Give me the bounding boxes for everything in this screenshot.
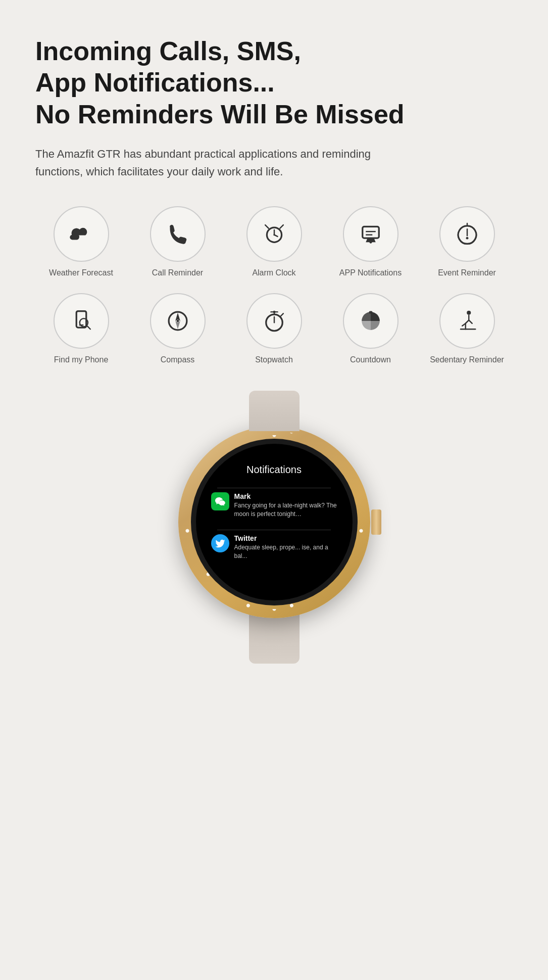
notif-name-2: Twitter [234, 534, 337, 542]
twitter-icon [211, 534, 229, 552]
icon-label-alarm-clock: Alarm Clock [252, 268, 295, 278]
watch-section: Notifications Mark [35, 391, 513, 674]
icon-item-event-reminder: Event Reminder [421, 206, 513, 278]
headline-line3: No Reminders Will Be Missed [35, 100, 405, 129]
icon-circle-countdown [343, 293, 398, 349]
page: Incoming Calls, SMS, App Notifications..… [0, 0, 548, 704]
icon-circle-call [150, 206, 206, 262]
icon-label-event-reminder: Event Reminder [438, 268, 496, 278]
watch-divider [217, 488, 331, 488]
stopwatch-icon [261, 308, 287, 334]
icon-label-find-my-phone: Find my Phone [54, 355, 109, 365]
icon-item-alarm-clock: Alarm Clock [228, 206, 320, 278]
notification-item-1: Mark Fancy going for a late-night walk? … [211, 492, 337, 519]
svg-point-8 [466, 237, 468, 239]
svg-line-12 [86, 325, 90, 329]
icon-label-call-reminder: Call Reminder [152, 268, 203, 278]
svg-point-21 [273, 311, 275, 313]
watch-screen-title: Notifications [211, 464, 337, 476]
wechat-icon [211, 492, 229, 510]
notif-message-2: Adequate sleep, prope... ise, and a bal.… [234, 543, 337, 561]
icon-circle-event [439, 206, 495, 262]
icon-label-sedentary-reminder: Sedentary Reminder [430, 355, 504, 365]
notification-item-2: Twitter Adequate sleep, prope... ise, an… [211, 534, 337, 561]
watch-screen: Notifications Mark [196, 444, 353, 600]
sedentary-icon [454, 308, 480, 334]
svg-rect-22 [369, 311, 372, 314]
notifications-icon [358, 221, 384, 247]
headline: Incoming Calls, SMS, App Notifications..… [35, 35, 513, 130]
icon-label-countdown: Countdown [350, 355, 391, 365]
alarm-icon [261, 221, 287, 247]
icon-circle-compass [150, 293, 206, 349]
notification-content-1: Mark Fancy going for a late-night walk? … [234, 492, 337, 519]
icons-grid: Weather Forecast Call Reminder [35, 206, 513, 366]
icon-item-compass: Compass [132, 293, 223, 365]
headline-line1: Incoming Calls, SMS, [35, 36, 301, 66]
countdown-icon [358, 308, 384, 334]
icon-circle-stopwatch [246, 293, 302, 349]
watch-crown [371, 509, 381, 535]
icon-label-weather-forecast: Weather Forecast [49, 268, 113, 278]
watch-body: Notifications Mark [178, 426, 370, 618]
icon-label-stopwatch: Stopwatch [255, 355, 293, 365]
svg-point-7 [369, 241, 372, 243]
watch-divider-2 [217, 530, 331, 530]
watch-band-bottom [249, 613, 300, 664]
icon-circle-notifications [343, 206, 398, 262]
icon-label-app-notifications: APP Notifications [339, 268, 402, 278]
weather-icon [68, 221, 94, 247]
call-icon [165, 221, 191, 247]
icon-circle-sedentary [439, 293, 495, 349]
watch-outer: Notifications Mark [168, 391, 380, 674]
svg-point-16 [176, 320, 179, 322]
icon-circle-weather [54, 206, 109, 262]
svg-point-3 [273, 234, 275, 236]
icon-item-app-notifications: APP Notifications [325, 206, 416, 278]
icon-item-countdown: Countdown [325, 293, 416, 365]
icon-item-sedentary-reminder: Sedentary Reminder [421, 293, 513, 365]
icon-item-find-my-phone: Find my Phone [35, 293, 127, 365]
notif-message-1: Fancy going for a late-night walk? The m… [234, 501, 337, 519]
notif-name-1: Mark [234, 492, 337, 500]
compass-icon [165, 308, 191, 334]
icon-circle-alarm [246, 206, 302, 262]
event-icon [454, 221, 480, 247]
notification-content-2: Twitter Adequate sleep, prope... ise, an… [234, 534, 337, 561]
svg-rect-4 [362, 226, 379, 238]
headline-line2: App Notifications... [35, 68, 275, 97]
icon-item-stopwatch: Stopwatch [228, 293, 320, 365]
find-phone-icon [68, 308, 94, 334]
subtext: The Amazfit GTR has abundant practical a… [35, 145, 389, 180]
icon-item-call-reminder: Call Reminder [132, 206, 223, 278]
icon-item-weather-forecast: Weather Forecast [35, 206, 127, 278]
watch-screen-ring: Notifications Mark [191, 439, 358, 605]
svg-point-23 [467, 311, 471, 315]
icon-label-compass: Compass [161, 355, 195, 365]
watch-band-top [249, 391, 300, 431]
icon-circle-find-phone [54, 293, 109, 349]
